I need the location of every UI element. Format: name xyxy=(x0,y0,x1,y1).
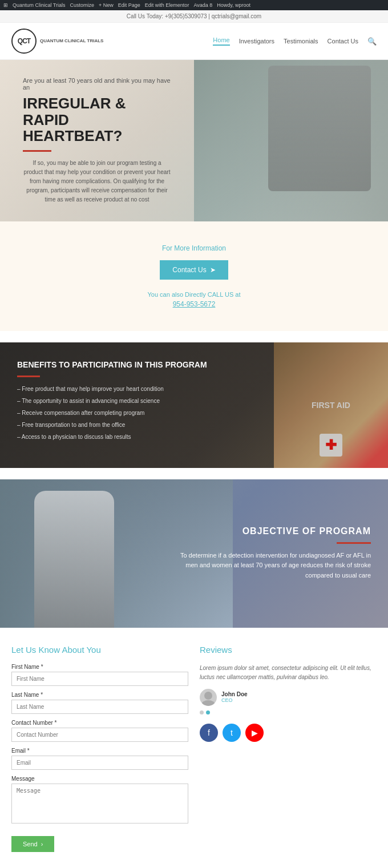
contact-input[interactable] xyxy=(11,728,188,742)
nav-investigators[interactable]: Investigators xyxy=(239,38,274,45)
last-name-label: Last Name * xyxy=(11,692,188,698)
send-label: Send xyxy=(23,841,38,847)
site-name[interactable]: Quantum Clinical Trials xyxy=(13,2,66,8)
contact-us-label: Contact Us xyxy=(172,266,206,274)
reviewer-details: John Doe CEO xyxy=(221,691,248,703)
message-group: Message xyxy=(11,776,188,826)
top-bar: Call Us Today: +9(305)5309073 | qctrials… xyxy=(0,10,388,23)
contact-label: Contact Number * xyxy=(11,720,188,726)
reviewer-name: John Doe xyxy=(221,691,248,697)
first-aid-label: FIRST AID xyxy=(312,401,350,410)
search-icon[interactable]: 🔍 xyxy=(367,37,377,46)
hero-title: IRREGULAR &RAPID HEARTBEAT? xyxy=(23,95,171,144)
howdy-text: Howdy, wproot xyxy=(217,2,250,8)
social-icons: f t ▶ xyxy=(200,724,377,742)
cta-section: For More Information Contact Us ➤ You ca… xyxy=(0,221,388,331)
hero-divider xyxy=(23,150,51,152)
avada-link[interactable]: Avada 8 xyxy=(193,2,212,8)
contact-us-button[interactable]: Contact Us ➤ xyxy=(160,260,228,280)
email-group: Email * xyxy=(11,748,188,770)
wp-logo[interactable]: ⊞ xyxy=(3,2,8,8)
new-link[interactable]: + New xyxy=(99,2,114,8)
hero-subtitle: Are you at least 70 years old and think … xyxy=(23,77,171,91)
reviewer-role: CEO xyxy=(221,697,248,703)
objective-divider xyxy=(337,542,371,544)
main-nav: Home Investigators Testimonials Contact … xyxy=(213,37,377,46)
phone-number[interactable]: 954-953-5672 xyxy=(11,300,377,308)
message-textarea[interactable] xyxy=(11,784,188,823)
hero-content: Are you at least 70 years old and think … xyxy=(0,60,194,221)
twitter-icon[interactable]: t xyxy=(223,724,241,742)
logo-initials: QCT xyxy=(18,37,30,45)
objective-title: OBJECTIVE OF PROGRAM xyxy=(176,526,371,536)
benefits-divider xyxy=(17,376,40,377)
benefits-title: BENEFITS TO PARTICIPATING IN THIS PROGRA… xyxy=(17,360,207,370)
reviews-column: Reviews Lorem ipsum dolor sit amet, cons… xyxy=(200,645,377,852)
reviews-title[interactable]: Reviews xyxy=(200,645,377,655)
form-column: Let Us Know About You First Name * Last … xyxy=(11,645,188,852)
form-reviews-section: Let Us Know About You First Name * Last … xyxy=(0,628,388,868)
facebook-icon[interactable]: f xyxy=(200,724,218,742)
objective-section: OBJECTIVE OF PROGRAM To determine if a d… xyxy=(0,479,388,628)
nav-home[interactable]: Home xyxy=(213,37,229,46)
benefit-item: – Free transportation to and from the of… xyxy=(17,421,207,429)
hero-description: If so, you may be able to join our progr… xyxy=(23,159,171,204)
first-name-group: First Name * xyxy=(11,664,188,686)
header: QCT QUANTUM CLINICAL TRIALS Home Investi… xyxy=(0,23,388,60)
benefit-item: – Access to a physician to discuss lab r… xyxy=(17,433,207,441)
send-arrow-icon: › xyxy=(41,841,43,847)
nav-testimonials[interactable]: Testimonials xyxy=(284,38,318,45)
runner-image xyxy=(268,66,371,191)
benefits-image: FIRST AID ✚ xyxy=(274,342,388,468)
contact-info: Call Us Today: +9(305)5309073 | qctrials… xyxy=(127,13,261,19)
email-input[interactable] xyxy=(11,756,188,770)
form-title[interactable]: Let Us Know About You xyxy=(11,645,188,655)
send-button[interactable]: Send › xyxy=(11,836,54,852)
svg-point-1 xyxy=(201,700,215,706)
elementor-link[interactable]: Edit with Elementor xyxy=(145,2,189,8)
hero-image xyxy=(194,60,388,221)
for-more-text: For More Information xyxy=(11,244,377,252)
customize-link[interactable]: Customize xyxy=(70,2,95,8)
call-us-text: You can also Directly CALL US at xyxy=(11,291,377,298)
svg-point-0 xyxy=(204,692,212,700)
email-label: Email * xyxy=(11,748,188,754)
dot-2[interactable] xyxy=(206,710,210,714)
benefit-item: – Free product that may help improve you… xyxy=(17,385,207,393)
last-name-group: Last Name * xyxy=(11,692,188,714)
youtube-icon[interactable]: ▶ xyxy=(245,724,264,742)
contact-group: Contact Number * xyxy=(11,720,188,742)
objective-description: To determine if a detection intervention… xyxy=(176,551,371,581)
hero-section: Are you at least 70 years old and think … xyxy=(0,60,388,221)
first-name-input[interactable] xyxy=(11,672,188,686)
benefits-content: BENEFITS TO PARTICIPATING IN THIS PROGRA… xyxy=(17,360,207,451)
runner-body-shape xyxy=(34,491,114,628)
logo-subtitle: QUANTUM CLINICAL TRIALS xyxy=(40,38,103,44)
benefit-item: – Receive compensation after completing … xyxy=(17,409,207,417)
carousel-dots xyxy=(200,710,377,714)
edit-page-link[interactable]: Edit Page xyxy=(118,2,140,8)
message-label: Message xyxy=(11,776,188,782)
admin-bar: ⊞ Quantum Clinical Trials Customize + Ne… xyxy=(0,0,388,10)
reviewer-avatar xyxy=(200,689,217,706)
logo[interactable]: QCT QUANTUM CLINICAL TRIALS xyxy=(11,29,103,54)
last-name-input[interactable] xyxy=(11,700,188,714)
runner-figure xyxy=(34,491,114,628)
benefits-section: BENEFITS TO PARTICIPATING IN THIS PROGRA… xyxy=(0,342,388,468)
review-text: Lorem ipsum dolor sit amet, consectetur … xyxy=(200,664,377,682)
benefit-item: – The opportunity to assist in advancing… xyxy=(17,397,207,405)
dot-1[interactable] xyxy=(200,710,204,714)
objective-content: OBJECTIVE OF PROGRAM To determine if a d… xyxy=(176,526,371,581)
benefits-list: – Free product that may help improve you… xyxy=(17,385,207,441)
first-name-label: First Name * xyxy=(11,664,188,670)
arrow-icon: ➤ xyxy=(210,266,216,274)
nav-contact[interactable]: Contact Us xyxy=(328,38,358,45)
first-aid-cross: ✚ xyxy=(320,434,342,457)
logo-icon: QCT xyxy=(11,29,37,54)
reviewer-info: John Doe CEO xyxy=(200,689,377,706)
